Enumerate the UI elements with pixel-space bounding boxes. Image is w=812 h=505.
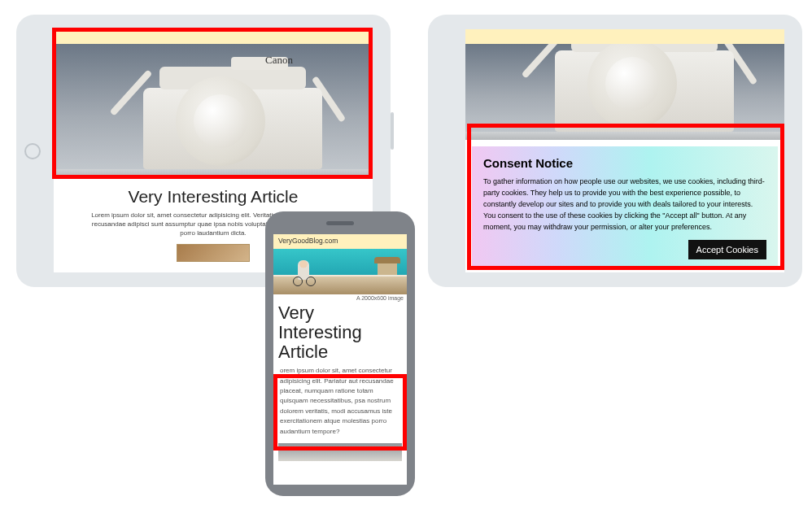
tablet-home-button[interactable] <box>24 143 41 159</box>
article-thumbnail-image <box>278 443 402 461</box>
hero-image-tropical <box>273 249 407 294</box>
phone-speaker <box>326 221 354 225</box>
consent-title: Consent Notice <box>483 156 766 170</box>
article-thumbnail-image <box>177 244 250 262</box>
image-caption: A 2000x600 image <box>273 294 407 302</box>
article-body: orem ipsum dolor sit, amet consectetur a… <box>273 363 407 440</box>
tablet-volume-button[interactable] <box>391 112 394 150</box>
site-name-bar: VeryGoodBlog.com <box>273 234 407 249</box>
phone-screen: VeryGoodBlog.com A 2000x600 image Very I… <box>273 234 407 485</box>
phone-device: VeryGoodBlog.com A 2000x600 image Very I… <box>265 211 415 496</box>
article-title: Very Interesting Article <box>273 302 407 363</box>
consent-notice-banner: Consent Notice To gather information on … <box>472 146 778 268</box>
page-header-bar <box>54 29 373 44</box>
tablet-device-right: Canon Consent Notice To gather informati… <box>428 15 802 287</box>
page-header-bar <box>465 29 784 44</box>
consent-body: To gather information on how people use … <box>483 176 766 233</box>
tablet-screen: Canon Consent Notice To gather informati… <box>465 29 784 272</box>
hero-image-camera: Canon <box>54 44 373 177</box>
article-title: Very Interesting Article <box>86 187 340 207</box>
accept-cookies-button[interactable]: Accept Cookies <box>688 240 766 259</box>
camera-brand-label: Canon <box>265 54 293 67</box>
hero-image-camera: Canon <box>465 44 784 140</box>
